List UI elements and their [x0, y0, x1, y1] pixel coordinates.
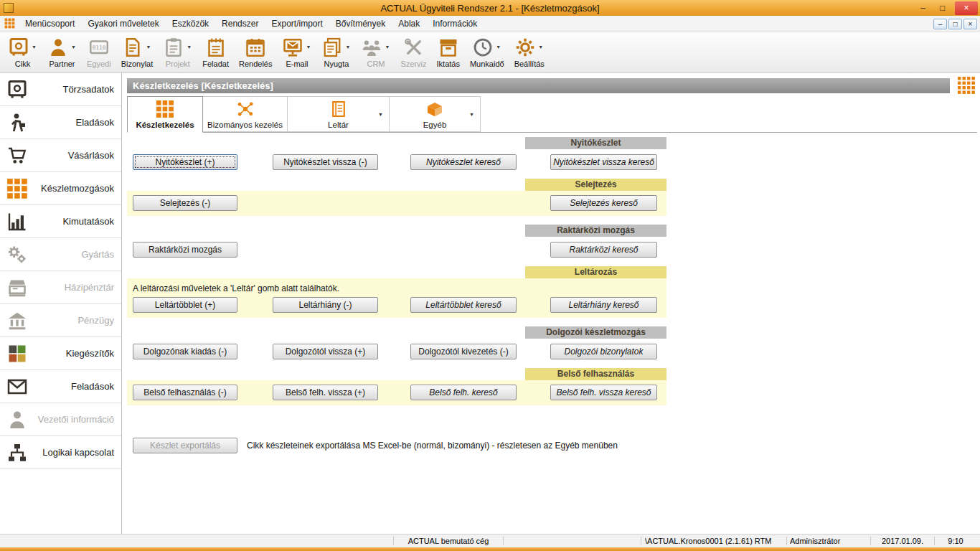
sidebar-item-keszletmozgasok[interactable]: Készletmozgások — [0, 172, 121, 205]
button-dolgozotol-vissza[interactable]: Dolgozótól vissza (+) — [273, 344, 378, 359]
maximize-button[interactable]: □ — [933, 3, 952, 13]
close-button[interactable]: × — [955, 1, 978, 15]
button-leltarhiany-kereso[interactable]: Leltárhiány kereső — [550, 297, 657, 313]
status-user: Adminisztrátor — [790, 535, 869, 547]
menu-menucsoport[interactable]: Menücsoport — [19, 16, 81, 32]
dropdown-arrow-icon[interactable]: ▼ — [378, 112, 383, 117]
mdi-minimize-button[interactable]: – — [933, 19, 947, 29]
button-leltartobblet-kereso[interactable]: Leltártöbblet kereső — [410, 297, 517, 313]
bank-icon — [6, 310, 28, 331]
sidebar-item-vasarlasok[interactable]: Vásárlások — [0, 139, 121, 172]
toolbar-label: Nyugta — [324, 60, 349, 68]
section-title: Raktárközi mozgás — [525, 225, 666, 237]
toolbar-icon-area: ▼ — [472, 36, 501, 58]
button-dolgozoi-bizonylatok[interactable]: Dolgozói bizonylatok — [550, 344, 657, 359]
menu-grid-icon[interactable] — [4, 18, 16, 29]
menu-bovitmenyek[interactable]: Bővítmények — [329, 16, 392, 32]
toolbar-icon-area: ▼ — [47, 36, 77, 58]
dropdown-arrow-icon[interactable]: ▼ — [71, 44, 77, 50]
person-icon — [47, 37, 69, 58]
dropdown-arrow-icon[interactable]: ▼ — [306, 44, 311, 50]
toolbar-label: E-mail — [286, 60, 308, 68]
dropdown-arrow-icon[interactable]: ▼ — [345, 44, 351, 50]
button-dolgozotol-kivezetes[interactable]: Dolgozótól kivezetés (-) — [410, 344, 517, 359]
section-note: A leltározási műveletek a 'Leltár' gomb … — [127, 283, 666, 297]
button-dolgozonak-kiadas[interactable]: Dolgozónak kiadás (-) — [133, 344, 237, 359]
button-raktarkozi-kereso[interactable]: Raktárközi kereső — [550, 242, 657, 258]
sidebar-label: Kiegészítők — [28, 348, 114, 359]
sidebar-label: Vezetői információ — [28, 414, 114, 425]
button-selejtezes[interactable]: Selejtezés (-) — [133, 195, 237, 211]
dropdown-arrow-icon[interactable]: ▼ — [32, 44, 37, 50]
sidebar-item-eladasok[interactable]: Eladások — [0, 106, 121, 139]
button-belso-felh-vissza-kereso[interactable]: Belső felh. vissza kereső — [550, 385, 657, 400]
toolbar-beallitas[interactable]: ▼Beállítás — [509, 32, 550, 68]
button-nyitokeszlet-kereso[interactable]: Nyitókészlet kereső — [410, 154, 517, 170]
toolbar-nyugta[interactable]: ▼Nyugta — [316, 32, 356, 68]
tab-keszletkezeles[interactable]: Készletkezelés — [127, 96, 203, 133]
button-leltartobblet[interactable]: Leltártöbblet (+) — [133, 297, 237, 313]
mdi-restore-button[interactable]: □ — [948, 19, 962, 29]
sidebar-item-kimutatasok[interactable]: Kimutatások — [0, 205, 121, 238]
button-raktarkozi-mozgas[interactable]: Raktárközi mozgás — [133, 242, 237, 258]
section-title: Belső felhasználás — [525, 368, 666, 380]
sidebar-item-kiegeszitok[interactable]: Kiegészítők — [0, 337, 121, 370]
button-row: Selejtezés (-)Selejtezés kereső — [127, 195, 666, 211]
section-title: Selejtezés — [525, 179, 666, 191]
toolbar-rendeles[interactable]: Rendelés — [234, 32, 277, 68]
content-header: Készletkezelés [Készletkezelés] — [127, 78, 950, 93]
menu-export-import[interactable]: Export/import — [265, 16, 329, 32]
sidebar-item-penzugy: Pénzügy — [0, 304, 121, 337]
notepad-icon — [205, 37, 227, 58]
toolbar-iktatas[interactable]: Iktatás — [432, 32, 465, 68]
button-belso-felh-vissza[interactable]: Belső felh. vissza (+) — [273, 385, 378, 400]
menu-ablak[interactable]: Ablak — [392, 16, 426, 32]
toolbar-feladat[interactable]: Feladat — [197, 32, 234, 68]
toolbar-cikk[interactable]: ▼Cikk — [3, 32, 42, 68]
menu-informaciok[interactable]: Információk — [426, 16, 484, 32]
menu-eszkozok[interactable]: Eszközök — [166, 16, 215, 32]
toolbar-label: Munkaidő — [470, 60, 504, 68]
minimize-button[interactable]: – — [913, 3, 933, 13]
toolbar-icon-area: ▼ — [8, 36, 37, 58]
button-selejtezes-kereso[interactable]: Selejtezés kereső — [550, 195, 657, 211]
toolbar-label: Feladat — [202, 60, 229, 68]
button-nyitokeszlet-vissza[interactable]: Nyitókészlet vissza (-) — [273, 154, 378, 170]
button-belso-felhasznalas[interactable]: Belső felhasználás (-) — [133, 385, 237, 400]
dropdown-arrow-icon[interactable]: ▼ — [146, 44, 151, 50]
dropdown-arrow-icon[interactable]: ▼ — [385, 44, 390, 50]
toolbar-label: Szerviz — [400, 60, 426, 68]
toolbar-partner[interactable]: ▼Partner — [42, 32, 82, 68]
button-nyitokeszlet-vissza-kereso[interactable]: Nyitókészlet vissza kereső — [550, 154, 657, 170]
tab-egyeb[interactable]: Egyéb▼ — [390, 96, 481, 132]
apps-grid-icon[interactable] — [957, 76, 976, 95]
button-belso-felh-kereso[interactable]: Belső felh. kereső — [410, 385, 517, 400]
sidebar-item-hazipenztar: Házipénztár — [0, 271, 121, 304]
mdi-close-button[interactable]: × — [963, 19, 977, 29]
toolbar-icon-area: ▼ — [321, 36, 351, 58]
sidebar-item-feladasok[interactable]: Feladások — [0, 370, 121, 403]
toolbar-e-mail[interactable]: ▼E-mail — [277, 32, 316, 68]
tab-label: Egyéb — [423, 121, 447, 129]
section-body: Selejtezés (-)Selejtezés kereső — [127, 191, 666, 216]
toolbar-icon-area: ▼ — [163, 36, 192, 58]
menu-rendszer[interactable]: Rendszer — [215, 16, 265, 32]
tab-leltar[interactable]: Leltár▼ — [288, 96, 390, 132]
toolbar-bizonylat[interactable]: ▼Bizonylat — [116, 32, 159, 68]
menu-gyakori-muveletek[interactable]: Gyakori műveletek — [81, 16, 165, 32]
dropdown-arrow-icon[interactable]: ▼ — [187, 44, 192, 50]
dropdown-arrow-icon[interactable]: ▼ — [469, 112, 474, 117]
button-nyitokeszlet[interactable]: Nyitókészlet (+) — [133, 154, 237, 170]
window-controls: –□× — [913, 0, 978, 16]
dropdown-arrow-icon[interactable]: ▼ — [496, 44, 501, 50]
toolbar-munkaido[interactable]: ▼Munkaidő — [465, 32, 509, 68]
tab-label: Bizományos kezelés — [207, 121, 283, 129]
clock-icon — [472, 37, 494, 58]
menubar: MenücsoportGyakori műveletekEszközökRend… — [0, 16, 980, 32]
toolbar-label: Beállítás — [514, 60, 545, 68]
sidebar-item-torzsadatok[interactable]: Törzsadatok — [0, 73, 121, 106]
dropdown-arrow-icon[interactable]: ▼ — [538, 44, 544, 50]
tab-bizomanyos-kezeles[interactable]: Bizományos kezelés — [203, 96, 288, 132]
sidebar-item-logikai-kapcsolat[interactable]: Logikai kapcsolat — [0, 436, 121, 469]
button-leltarhiany[interactable]: Leltárhiány (-) — [273, 297, 378, 313]
